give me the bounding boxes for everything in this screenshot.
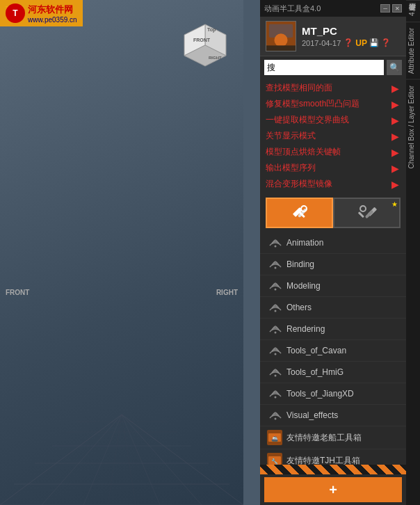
list-item-rendering[interactable]: Rendering	[260, 319, 406, 340]
plugin-list[interactable]: Animation Binding	[260, 232, 406, 465]
svg-line-12	[122, 415, 160, 505]
svg-line-8	[122, 415, 243, 505]
signal-icon-animation	[267, 236, 284, 250]
svg-point-38	[275, 353, 277, 355]
svg-point-23	[274, 33, 287, 47]
menu-item-1[interactable]: 修复模型smooth凹凸问题 ▶	[260, 96, 406, 112]
svg-text:RIGHT: RIGHT	[209, 56, 222, 60]
signal-icon-rendering	[267, 322, 284, 336]
watermark: T 河东软件网 www.pe0359.cn	[0, 0, 83, 26]
right-tabs: 动画半工具盒4.0 Attribute Editor Channel Box /…	[406, 0, 420, 505]
svg-point-36	[275, 310, 277, 312]
menu-item-6[interactable]: 混合变形模型镜像 ▶	[260, 176, 406, 192]
signal-svg-hmig	[268, 367, 282, 378]
svg-rect-32	[364, 210, 373, 219]
menu-item-3[interactable]: 关节显示模式 ▶	[260, 128, 406, 144]
watermark-url: www.pe0359.cn	[28, 16, 77, 24]
menu-arrow-5: ▶	[391, 163, 399, 174]
tools-left-icon	[290, 203, 309, 223]
title-bar-controls: ─ ✕	[380, 4, 402, 13]
svg-rect-24	[266, 45, 296, 51]
tool-buttons: ★	[260, 193, 406, 232]
list-item-tools-cavan[interactable]: Tools_of_Cavan	[260, 340, 406, 362]
viewport-3d[interactable]: Top FRONT RIGHT T 河东软件网 www.pe0359.cn FR…	[0, 0, 243, 505]
signal-svg-cavan	[268, 345, 282, 356]
search-button[interactable]: 🔍	[387, 60, 402, 75]
special-item-text-0: 友情特邀老船工具箱	[286, 432, 362, 444]
list-item-others[interactable]: Others	[260, 297, 406, 319]
special-item-1[interactable]: 🔧 友情特邀TJH工具箱	[260, 449, 406, 465]
menu-arrow-2: ▶	[391, 115, 399, 126]
list-item-text-cavan: Tools_of_Cavan	[286, 346, 346, 355]
menu-item-text-1: 修复模型smooth凹凸问题	[266, 98, 360, 110]
list-item-text-visual-effects: Visual_effects	[286, 410, 338, 420]
svg-text:Top: Top	[207, 27, 216, 33]
menu-item-text-4: 模型顶点烘焙关键帧	[266, 146, 341, 158]
menu-list: 查找模型相同的面 ▶ 修复模型smooth凹凸问题 ▶ 一键提取模型交界曲线 ▶…	[260, 79, 406, 193]
menu-item-0[interactable]: 查找模型相同的面 ▶	[260, 80, 406, 96]
svg-rect-30	[357, 211, 364, 218]
menu-arrow-3: ▶	[391, 131, 399, 142]
menu-item-text-3: 关节显示模式	[266, 130, 316, 142]
special-item-text-1: 友情特邀TJH工具箱	[286, 455, 360, 465]
user-avatar	[266, 21, 296, 51]
tool-button-left[interactable]	[266, 198, 333, 228]
signal-svg-jiangxd	[268, 388, 282, 399]
tab-channel-box[interactable]: Channel Box / Layer Editor	[406, 79, 420, 175]
menu-item-5[interactable]: 输出模型序列 ▶	[260, 160, 406, 176]
svg-line-7	[0, 415, 122, 505]
nav-cube[interactable]: FRONT Top RIGHT	[181, 21, 229, 70]
list-item-modeling[interactable]: Modeling	[260, 275, 406, 297]
signal-icon-visual-effects	[267, 408, 284, 422]
signal-icon-others	[267, 300, 284, 314]
svg-line-9	[42, 415, 122, 505]
list-item-text-others: Others	[286, 303, 312, 312]
svg-point-37	[275, 332, 277, 334]
svg-text:FRONT: FRONT	[193, 38, 211, 42]
svg-point-34	[275, 267, 277, 269]
add-button[interactable]: +	[264, 477, 402, 502]
list-item-binding[interactable]: Binding	[260, 254, 406, 275]
list-item-text-hmig: Tools_of_HmiG	[286, 367, 344, 377]
list-item-text-rendering: Rendering	[286, 324, 325, 334]
user-date-text: 2017-04-17	[302, 39, 341, 47]
user-name: MT_PC	[302, 25, 401, 37]
list-item-tools-hmig[interactable]: Tools_of_HmiG	[260, 362, 406, 383]
list-item-visual-effects[interactable]: Visual_effects	[260, 405, 406, 426]
title-bar-text: 动画半工具盒4.0	[264, 3, 321, 14]
svg-point-39	[275, 375, 277, 377]
nav-cube-svg: FRONT Top RIGHT	[181, 21, 229, 70]
close-button[interactable]: ✕	[392, 4, 402, 13]
menu-item-2[interactable]: 一键提取模型交界曲线 ▶	[260, 112, 406, 128]
special-item-0[interactable]: 🚢 友情特邀老船工具箱	[260, 426, 406, 449]
svg-point-41	[275, 418, 277, 420]
user-header: MT_PC 2017-04-17 ❓ UP 💾 ❓	[260, 17, 406, 56]
svg-point-35	[275, 289, 277, 291]
list-item-animation[interactable]: Animation	[260, 232, 406, 254]
user-info: MT_PC 2017-04-17 ❓ UP 💾 ❓	[302, 25, 401, 48]
sidebar-panel: 动画半工具盒4.0 ─ ✕ MT_PC 2017-04-17 ❓	[260, 0, 406, 505]
menu-item-text-0: 查找模型相同的面	[266, 82, 332, 94]
grid-floor	[0, 310, 243, 505]
star-badge: ★	[391, 200, 398, 208]
search-input[interactable]	[264, 60, 384, 75]
list-item-text-modeling: Modeling	[286, 281, 321, 291]
badge-save: 💾	[369, 38, 379, 47]
svg-point-40	[275, 396, 277, 399]
menu-item-text-5: 输出模型序列	[266, 162, 316, 174]
tab-toolbox[interactable]: 动画半工具盒4.0	[406, 0, 420, 22]
minimize-button[interactable]: ─	[380, 4, 390, 13]
watermark-logo: T	[6, 3, 25, 23]
svg-text:🚢: 🚢	[271, 435, 278, 442]
menu-arrow-1: ▶	[391, 99, 399, 110]
signal-svg-visual	[268, 410, 282, 421]
svg-text:🔧: 🔧	[271, 458, 278, 465]
badge-help: ❓	[381, 38, 391, 47]
user-badges: ❓ UP 💾 ❓	[344, 38, 391, 48]
title-bar: 动画半工具盒4.0 ─ ✕	[260, 0, 406, 17]
list-item-tools-jiangxd[interactable]: Tools_of_JiangXD	[260, 383, 406, 405]
menu-item-4[interactable]: 模型顶点烘焙关键帧 ▶	[260, 144, 406, 160]
tab-attribute-editor[interactable]: Attribute Editor	[406, 22, 420, 79]
signal-icon-tools-hmig	[267, 365, 284, 379]
tool-button-right[interactable]: ★	[333, 198, 401, 228]
